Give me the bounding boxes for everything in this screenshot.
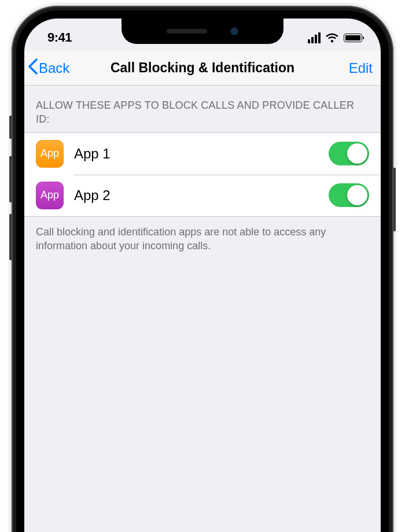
list-item: App App 1	[24, 133, 381, 175]
wifi-icon	[325, 32, 339, 43]
front-camera	[230, 27, 238, 35]
app-name-label: App 2	[74, 187, 318, 204]
back-button[interactable]: Back	[28, 58, 80, 78]
toggle-knob	[347, 185, 367, 205]
app-icon: App	[36, 182, 64, 209]
edit-button[interactable]: Edit	[338, 60, 373, 76]
chevron-left-icon	[28, 58, 38, 78]
app-name-label: App 1	[74, 146, 318, 162]
nav-bar: Back Call Blocking & Identification Edit	[24, 51, 381, 86]
battery-icon	[344, 34, 362, 42]
screen: 9:41 Bac	[24, 19, 381, 532]
page-title: Call Blocking & Identification	[111, 60, 294, 76]
cellular-signal-icon	[308, 32, 321, 43]
volume-up-button	[9, 156, 12, 202]
toggle-knob	[347, 143, 367, 164]
app-list: App App 1 App App 2	[24, 132, 381, 217]
app-toggle[interactable]	[329, 183, 369, 207]
app-icon: App	[36, 140, 64, 168]
phone-frame: 9:41 Bac	[12, 6, 393, 532]
back-label: Back	[39, 60, 69, 76]
mute-switch	[9, 116, 12, 139]
volume-down-button	[9, 214, 12, 260]
notch	[122, 19, 284, 44]
section-header: ALLOW THESE APPS TO BLOCK CALLS AND PROV…	[24, 86, 381, 132]
list-item: App App 2	[24, 175, 381, 216]
side-button	[393, 168, 396, 231]
status-time: 9:41	[47, 30, 72, 45]
app-toggle[interactable]	[329, 142, 369, 165]
section-footer: Call blocking and identification apps ar…	[24, 217, 381, 261]
speaker-grill	[167, 29, 207, 34]
phone-inner: 9:41 Bac	[16, 10, 389, 532]
status-indicators	[308, 32, 362, 43]
